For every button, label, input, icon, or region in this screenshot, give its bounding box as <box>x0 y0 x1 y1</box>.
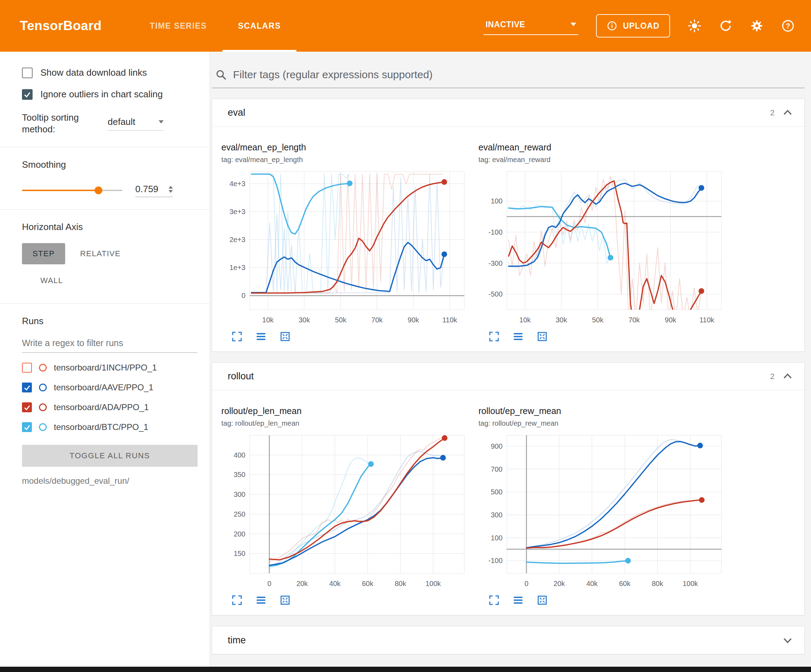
search-icon <box>215 69 227 80</box>
fit-to-data-icon[interactable] <box>536 594 548 606</box>
tab-time-series[interactable]: TIME SERIES <box>134 0 222 52</box>
tooltip-sorting-label: Tooltip sorting method: <box>22 112 97 135</box>
svg-text:100k: 100k <box>425 580 441 587</box>
section-header-time[interactable]: time <box>212 626 804 654</box>
svg-text:1e+3: 1e+3 <box>229 264 246 271</box>
app-body: Show data download links Ignore outliers… <box>0 52 811 672</box>
svg-text:700: 700 <box>491 465 502 473</box>
upload-button[interactable]: UPLOAD <box>596 14 670 37</box>
fullscreen-icon[interactable] <box>231 594 243 606</box>
run-row-btc[interactable]: tensorboard/BTC/PPO_1 <box>22 422 198 432</box>
chart-title: rollout/ep_rew_mean <box>478 406 726 416</box>
tab-scalars[interactable]: SCALARS <box>222 0 297 52</box>
svg-text:20k: 20k <box>553 580 565 587</box>
fit-to-data-icon[interactable] <box>536 331 548 342</box>
run-checkbox[interactable] <box>22 363 32 372</box>
smoothing-slider[interactable] <box>22 186 122 195</box>
svg-text:100: 100 <box>491 534 502 542</box>
smoothing-value-input[interactable]: 0.759 <box>135 184 173 197</box>
tooltip-sorting-row: Tooltip sorting method: default <box>22 112 198 135</box>
refresh-icon[interactable] <box>719 19 732 32</box>
run-checkbox[interactable] <box>22 422 32 432</box>
data-lines-icon[interactable] <box>255 594 267 606</box>
run-checkbox[interactable] <box>22 383 32 393</box>
chart-toolbar <box>221 331 469 342</box>
brightness-icon[interactable] <box>688 19 701 32</box>
line-chart-mean-reward[interactable]: 100-100-300-50010k30k50k70k90k110k <box>478 166 726 330</box>
run-row-ada[interactable]: tensorboard/ADA/PPO_1 <box>22 402 198 412</box>
run-label: tensorboard/1INCH/PPO_1 <box>54 363 157 372</box>
info-icon <box>607 20 617 31</box>
svg-text:110k: 110k <box>442 316 458 324</box>
fullscreen-icon[interactable] <box>489 594 500 606</box>
tag-filter-input[interactable] <box>233 69 803 81</box>
svg-text:4e+3: 4e+3 <box>229 180 246 188</box>
run-row-1inch[interactable]: tensorboard/1INCH/PPO_1 <box>22 363 198 372</box>
fit-to-data-icon[interactable] <box>280 594 291 606</box>
axis-wall-button[interactable]: WALL <box>31 270 72 291</box>
help-icon[interactable]: ? <box>781 19 795 32</box>
svg-text:100k: 100k <box>682 580 698 587</box>
svg-text:-500: -500 <box>489 290 502 298</box>
fullscreen-icon[interactable] <box>489 331 500 342</box>
section-title: eval <box>228 107 246 118</box>
tab-bar: TIME SERIES SCALARS <box>134 0 297 52</box>
stepper-arrows-icon[interactable] <box>169 186 173 193</box>
run-label: tensorboard/ADA/PPO_1 <box>54 402 149 412</box>
option-ignore-outliers[interactable]: Ignore outliers in chart scaling <box>22 89 198 100</box>
svg-text:100: 100 <box>491 197 502 205</box>
ignore-outliers-checkbox[interactable] <box>22 89 32 100</box>
svg-text:40k: 40k <box>329 580 341 587</box>
run-checkbox[interactable] <box>22 402 32 412</box>
svg-text:10k: 10k <box>262 316 274 324</box>
data-lines-icon[interactable] <box>512 331 524 342</box>
app-header: TensorBoard TIME SERIES SCALARS INACTIVE… <box>0 0 811 52</box>
run-row-aave[interactable]: tensorboard/AAVE/PPO_1 <box>22 383 198 393</box>
show-download-links-checkbox[interactable] <box>22 68 32 78</box>
dropdown-caret-icon <box>570 23 576 26</box>
svg-text:50k: 50k <box>592 316 604 324</box>
svg-text:-100: -100 <box>489 557 502 564</box>
svg-text:150: 150 <box>234 550 246 557</box>
chevron-up-icon[interactable] <box>782 107 794 119</box>
svg-text:?: ? <box>786 22 790 30</box>
toggle-all-runs-button[interactable]: TOGGLE ALL RUNS <box>22 445 198 467</box>
option-label: Show data download links <box>41 67 147 78</box>
run-color-ring-icon <box>39 423 47 431</box>
chart-block-mean-ep-length: eval/mean_ep_length tag: eval/mean_ep_le… <box>221 142 469 342</box>
chart-title: eval/mean_reward <box>478 142 726 152</box>
sidebar-divider <box>0 209 210 210</box>
fit-to-data-icon[interactable] <box>280 331 291 342</box>
line-chart-ep-len-mean[interactable]: 150200250300350400020k40k60k80k100k <box>221 430 469 594</box>
line-chart-mean-ep-length[interactable]: 01e+32e+33e+34e+310k30k50k70k90k110k <box>221 166 469 330</box>
svg-text:60k: 60k <box>362 580 373 587</box>
status-dropdown-value: INACTIVE <box>485 20 525 29</box>
tensorboard-app: TensorBoard TIME SERIES SCALARS INACTIVE… <box>0 0 811 672</box>
chevron-up-icon[interactable] <box>782 371 794 383</box>
chart-tag: tag: eval/mean_reward <box>478 156 726 164</box>
section-count: 2 <box>770 108 775 117</box>
data-lines-icon[interactable] <box>512 594 524 606</box>
data-lines-icon[interactable] <box>255 331 267 342</box>
section-count: 2 <box>770 372 775 381</box>
chevron-down-icon[interactable] <box>782 634 794 646</box>
runs-filter-input[interactable] <box>22 336 198 353</box>
slider-thumb[interactable] <box>95 186 102 194</box>
status-dropdown[interactable]: INACTIVE <box>484 17 579 35</box>
bottom-edge-strip <box>0 667 811 672</box>
axis-step-button[interactable]: STEP <box>22 243 65 264</box>
svg-text:0: 0 <box>267 580 271 587</box>
section-header-rollout[interactable]: rollout 2 <box>212 363 804 390</box>
chart-tag: tag: eval/mean_ep_length <box>221 156 469 164</box>
settings-gear-icon[interactable] <box>750 19 763 32</box>
option-show-download-links[interactable]: Show data download links <box>22 67 198 78</box>
tooltip-sorting-dropdown[interactable]: default <box>108 117 164 130</box>
axis-relative-button[interactable]: RELATIVE <box>71 243 130 264</box>
smoothing-control: 0.759 <box>22 184 198 197</box>
svg-text:300: 300 <box>234 491 246 498</box>
line-chart-ep-rew-mean[interactable]: -100100300500700900020k40k60k80k100k <box>478 430 726 594</box>
section-header-eval[interactable]: eval 2 <box>212 99 804 127</box>
fullscreen-icon[interactable] <box>231 331 243 342</box>
svg-text:10k: 10k <box>519 316 531 324</box>
svg-text:70k: 70k <box>628 316 640 324</box>
